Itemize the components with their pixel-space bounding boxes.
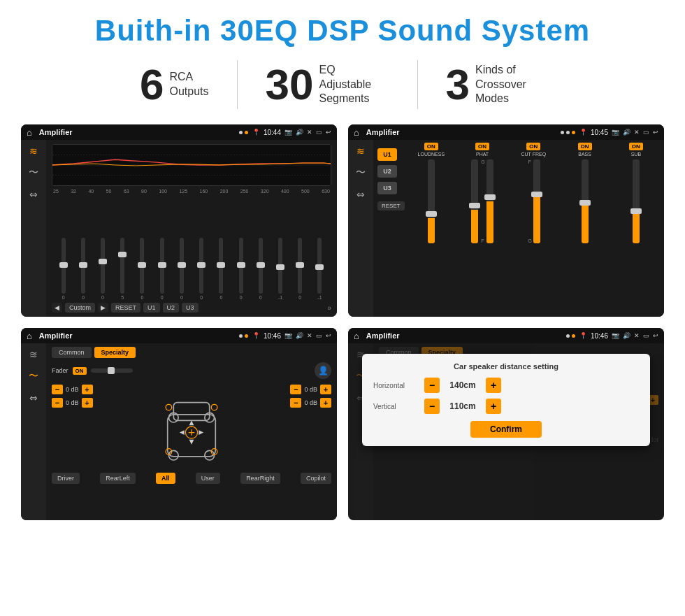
eq-u3-btn[interactable]: U3	[182, 303, 199, 313]
spk-status-bar: ⌂ Amplifier 📍 10:46 📷 🔊 ✕ ▭ ↩	[21, 328, 337, 343]
slider-thumb-1[interactable]	[59, 262, 68, 268]
spk-dot2	[245, 334, 248, 338]
eq-band-8: 0	[193, 238, 210, 300]
page-wrapper: Buith-in 30EQ DSP Sound System 6 RCAOutp…	[0, 0, 685, 534]
left-top-minus-btn[interactable]: −	[52, 385, 63, 394]
spk-user-icon-btn[interactable]: 👤	[315, 362, 331, 379]
horizontal-row: Horizontal − 140cm +	[373, 378, 639, 393]
sub-slider[interactable]	[633, 159, 640, 243]
rear-left-btn[interactable]: RearLeft	[100, 473, 136, 484]
slider-thumb-3[interactable]	[99, 259, 107, 264]
crossover-screen: ⌂ Amplifier 📍 10:45 📷 🔊 ✕ ▭ ↩	[348, 124, 664, 317]
spk-side-icons: ≋ 〜 ⇔	[21, 343, 46, 520]
bass-slider[interactable]	[582, 159, 589, 243]
right-top-db-val: 0 dB	[304, 386, 317, 393]
eq-icon[interactable]: ≋	[29, 145, 38, 157]
wave-icon[interactable]: 〜	[29, 166, 38, 179]
vertical-plus-btn[interactable]: +	[486, 399, 501, 414]
right-bottom-minus-btn[interactable]: −	[290, 398, 301, 408]
cutfreq-on-btn[interactable]: ON	[526, 143, 540, 150]
left-bottom-plus-btn[interactable]: +	[82, 398, 93, 408]
spk-tabs: Common Specialty	[52, 347, 331, 358]
xover-screen-content: ≋ 〜 ⇔ U1 U2 U3 RESET ON LOU	[348, 140, 664, 317]
xover-eq-icon[interactable]: ≋	[356, 145, 365, 157]
xover-reset-btn[interactable]: RESET	[377, 201, 405, 210]
slider-thumb-13[interactable]	[296, 262, 304, 268]
slider-thumb-4[interactable]	[118, 252, 127, 257]
xover-wave-icon[interactable]: 〜	[356, 166, 366, 179]
slider-thumb-10[interactable]	[237, 262, 245, 268]
loudness-on-btn[interactable]: ON	[424, 143, 438, 150]
copilot-btn[interactable]: Copilot	[301, 473, 331, 484]
tab-specialty[interactable]: Specialty	[94, 347, 136, 358]
eq-band-7: 0	[173, 238, 190, 300]
stat-number-eq: 30	[266, 63, 314, 106]
xover-dot3	[572, 131, 575, 134]
right-top-plus-btn[interactable]: +	[320, 385, 331, 394]
slider-thumb-2[interactable]	[79, 262, 87, 268]
tab-common[interactable]: Common	[52, 347, 92, 358]
slider-thumb-5[interactable]	[138, 262, 146, 268]
expand-icon[interactable]: ⇔	[29, 189, 38, 200]
horizontal-plus-btn[interactable]: +	[486, 378, 501, 393]
eq-u1-btn[interactable]: U1	[143, 303, 160, 313]
all-btn[interactable]: All	[156, 473, 175, 484]
svg-marker-18	[189, 440, 194, 445]
eq-more-icon: »	[327, 304, 331, 312]
slider-thumb-11[interactable]	[257, 262, 265, 268]
eq-reset-btn[interactable]: RESET	[111, 303, 140, 313]
xover-back-icon: ↩	[653, 129, 658, 136]
fader-on-btn[interactable]: ON	[73, 367, 87, 375]
confirm-button[interactable]: Confirm	[470, 421, 542, 438]
xover-u3-btn[interactable]: U3	[377, 182, 397, 194]
xover-expand-icon[interactable]: ⇔	[356, 189, 365, 200]
bass-on-btn[interactable]: ON	[578, 143, 592, 150]
slider-thumb-9[interactable]	[217, 262, 225, 268]
spk-dot1	[239, 334, 243, 338]
phat-on-btn[interactable]: ON	[475, 143, 489, 150]
xover-u2-btn[interactable]: U2	[377, 165, 397, 178]
xover-main-area: U1 U2 U3 RESET ON LOUDNESS	[373, 140, 664, 317]
left-top-plus-btn[interactable]: +	[82, 385, 93, 394]
sub-on-btn[interactable]: ON	[629, 143, 643, 150]
eq-custom-btn[interactable]: Custom	[65, 303, 95, 313]
spk-expand-icon[interactable]: ⇔	[29, 392, 38, 403]
xover-u1-btn[interactable]: U1	[377, 148, 397, 161]
spk-eq-icon[interactable]: ≋	[29, 349, 38, 360]
cutfreq-slider[interactable]	[533, 159, 540, 243]
horizontal-minus-btn[interactable]: −	[424, 378, 440, 393]
fader-thumb[interactable]	[108, 367, 115, 374]
eq-prev-btn[interactable]: ◀	[52, 303, 62, 313]
spk-wave-icon[interactable]: 〜	[29, 370, 38, 382]
xover-rect-icon: ▭	[643, 129, 649, 136]
slider-thumb-7[interactable]	[178, 262, 186, 268]
loudness-label: LOUDNESS	[418, 152, 445, 157]
dist-x-icon: ✕	[634, 332, 640, 339]
spk-zone-right: − 0 dB + − 0 dB +	[290, 385, 331, 408]
left-bottom-minus-btn[interactable]: −	[52, 398, 63, 408]
eq-next-btn[interactable]: ▶	[98, 303, 108, 313]
driver-btn[interactable]: Driver	[52, 473, 80, 484]
loudness-slider[interactable]	[428, 159, 435, 243]
sub-label: SUB	[631, 152, 641, 157]
right-bottom-plus-btn[interactable]: +	[320, 398, 331, 408]
phat-slider-f[interactable]	[486, 159, 493, 243]
eq-band-4: 5	[114, 238, 131, 300]
fader-track[interactable]	[91, 368, 133, 373]
spk-vol-icon: 🔊	[296, 332, 303, 339]
slider-thumb-8[interactable]	[197, 262, 206, 268]
xover-status-icons: 📍 10:45 📷 🔊 ✕ ▭ ↩	[579, 129, 658, 136]
rear-right-btn[interactable]: RearRight	[240, 473, 280, 484]
slider-thumb-12[interactable]	[276, 264, 284, 270]
slider-thumb-6[interactable]	[158, 262, 166, 268]
vertical-minus-btn[interactable]: −	[424, 399, 440, 414]
svg-marker-19	[180, 430, 185, 435]
right-top-minus-btn[interactable]: −	[290, 385, 301, 394]
dist-time: 10:46	[591, 332, 608, 340]
xover-status-bar: ⌂ Amplifier 📍 10:45 📷 🔊 ✕ ▭ ↩	[348, 124, 664, 140]
slider-thumb-14[interactable]	[315, 264, 324, 270]
user-btn[interactable]: User	[196, 473, 220, 484]
dist-status-bar: ⌂ Amplifier 📍 10:46 📷 🔊 ✕ ▭ ↩	[348, 328, 664, 343]
eq-u2-btn[interactable]: U2	[163, 303, 180, 313]
phat-slider-g[interactable]	[471, 159, 478, 243]
